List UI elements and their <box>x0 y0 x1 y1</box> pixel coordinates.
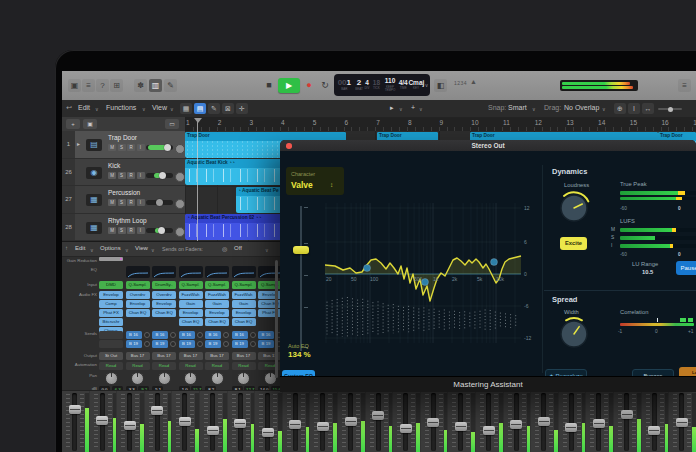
fader-handle[interactable] <box>621 410 633 419</box>
track-i-button[interactable]: I <box>137 144 145 151</box>
channel-input[interactable]: Q-Sampl. <box>232 281 256 289</box>
track-zone-button[interactable]: ▭ <box>165 119 179 129</box>
track-header-percussion[interactable]: 27▦PercussionMSRI <box>62 186 185 214</box>
channel-fx-slot[interactable]: Chan EQ <box>179 318 203 326</box>
character-value[interactable]: Valve <box>291 180 313 190</box>
channel-send[interactable]: B 19 <box>126 340 142 348</box>
volume-knob[interactable] <box>158 227 165 234</box>
track-pan-knob[interactable] <box>175 199 185 209</box>
menu-edit[interactable]: Edit <box>78 104 90 111</box>
track-header-rhythm-loop[interactable]: 28▦Rhythm LoopMSRI <box>62 214 185 242</box>
auto-eq-slider-handle[interactable] <box>293 246 309 254</box>
channel-send[interactable]: B 19 <box>205 340 221 348</box>
arrange-option-icon-0[interactable]: ⊕ <box>614 103 626 114</box>
character-selector[interactable]: Character Valve ↕ <box>286 167 344 195</box>
disclosure-icon[interactable]: ▸ <box>77 140 80 147</box>
mixer-icon[interactable]: ▥ <box>149 79 162 92</box>
menu-functions[interactable]: Functions <box>106 104 136 111</box>
track-pan-knob[interactable] <box>175 227 185 237</box>
channel-fx-slot[interactable]: Envelop <box>99 291 123 299</box>
channel-send[interactable]: B 19 <box>258 340 274 348</box>
channel-fx-slot[interactable]: Gain <box>232 300 256 308</box>
track-i-button[interactable]: I <box>137 199 145 206</box>
send-knob[interactable] <box>170 341 176 347</box>
channel-send[interactable]: B 16 <box>152 331 168 339</box>
fader-handle[interactable] <box>317 422 329 431</box>
channel-pan-knob[interactable] <box>158 372 171 385</box>
channel-fx-slot[interactable]: FuzzWah <box>232 291 256 299</box>
send-knob[interactable] <box>223 332 229 338</box>
fader-handle[interactable] <box>676 418 688 427</box>
track-i-button[interactable]: I <box>137 172 145 179</box>
channel-automation[interactable]: Read <box>205 362 229 370</box>
send-knob[interactable] <box>223 341 229 347</box>
channel-input[interactable]: DMD <box>99 281 123 289</box>
fader-handle[interactable] <box>124 421 136 430</box>
send-knob[interactable] <box>144 332 150 338</box>
mixer-scrollbar[interactable] <box>275 260 278 378</box>
channel-fx-slot[interactable]: Phat FX <box>99 309 123 317</box>
send-knob[interactable] <box>144 341 150 347</box>
track-name[interactable]: Trap Door <box>108 134 137 141</box>
fader-handle[interactable] <box>483 426 495 435</box>
fader-handle[interactable] <box>96 416 108 425</box>
back-icon[interactable]: ↩ <box>66 104 72 112</box>
fader-handle[interactable] <box>207 426 219 435</box>
fader-handle[interactable] <box>565 423 577 432</box>
channel-pan-knob[interactable] <box>184 372 197 385</box>
editors-icon[interactable]: ✎ <box>164 79 177 92</box>
channel-fx-slot[interactable]: FuzzWah <box>179 291 203 299</box>
channel-fx-slot[interactable]: Envelop <box>152 300 176 308</box>
arrange-option-icon-1[interactable]: I <box>628 103 640 114</box>
lcd-display[interactable]: 001 BAR 2BEAT 4DIV 18TICK 110KEEP TEMPO … <box>334 74 430 96</box>
track-name[interactable]: Rhythm Loop <box>108 217 147 224</box>
fader-handle[interactable] <box>151 406 163 415</box>
channel-output[interactable]: Bus 17 <box>126 352 150 360</box>
channel-output[interactable]: Bus 17 <box>152 352 176 360</box>
send-knob[interactable] <box>250 332 256 338</box>
empty-send-slot[interactable] <box>99 340 123 348</box>
track-m-button[interactable]: M <box>108 144 116 151</box>
channel-input[interactable]: Q-Sampl. <box>205 281 229 289</box>
channel-automation[interactable]: Read <box>179 362 203 370</box>
channel-fx-slot[interactable]: Chan EQ <box>205 318 229 326</box>
channel-send[interactable]: B 19 <box>232 340 248 348</box>
track-i-button[interactable]: I <box>137 227 145 234</box>
track-volume-slider[interactable] <box>146 200 173 205</box>
fader-handle[interactable] <box>593 419 605 428</box>
track-name[interactable]: Percussion <box>108 189 140 196</box>
channel-fx-slot[interactable]: Envelop <box>205 309 229 317</box>
track-m-button[interactable]: M <box>108 199 116 206</box>
toolbar-icon[interactable]: ⊞ <box>110 79 123 92</box>
track-header-kick[interactable]: 26◉KickMSRI <box>62 159 185 187</box>
display-mode-icon[interactable]: ◧ <box>434 79 447 92</box>
menu-view[interactable]: View <box>152 104 167 111</box>
channel-fx-slot[interactable]: Chan EQ <box>152 309 176 317</box>
channel-pan-knob[interactable] <box>211 372 224 385</box>
snap-menu[interactable]: Smart <box>508 104 527 111</box>
channel-eq-thumbnail[interactable] <box>152 266 176 278</box>
fader-handle[interactable] <box>455 422 467 431</box>
pause-button[interactable]: Pause <box>676 261 696 275</box>
fader-handle[interactable] <box>538 417 550 426</box>
fader-handle[interactable] <box>510 420 522 429</box>
channel-fx-slot[interactable]: Envelop <box>232 309 256 317</box>
zoom-slider-handle[interactable] <box>668 107 673 112</box>
channel-fx-slot[interactable]: Chan EQ <box>232 318 256 326</box>
record-button[interactable]: ● <box>302 78 316 92</box>
fader-handle[interactable] <box>289 420 301 429</box>
view-mode-icon-1[interactable]: ▤ <box>194 103 206 114</box>
arrange-option-icon-2[interactable]: ↔ <box>642 103 654 114</box>
channel-automation[interactable]: Read <box>99 362 123 370</box>
fader-handle[interactable] <box>234 419 246 428</box>
channel-fx-slot[interactable]: Comp <box>99 300 123 308</box>
playhead[interactable] <box>197 118 198 241</box>
power-icon[interactable]: ◎ <box>222 245 227 252</box>
track-r-button[interactable]: R <box>127 199 135 206</box>
empty-send-slot[interactable] <box>99 331 123 339</box>
width-knob[interactable] <box>557 317 591 351</box>
channel-fx-slot[interactable]: Bitcrushr <box>99 318 123 326</box>
cycle-button[interactable]: ↻ <box>318 78 332 92</box>
channel-input[interactable]: Q-Sampl. <box>179 281 203 289</box>
track-s-button[interactable]: S <box>118 172 126 179</box>
